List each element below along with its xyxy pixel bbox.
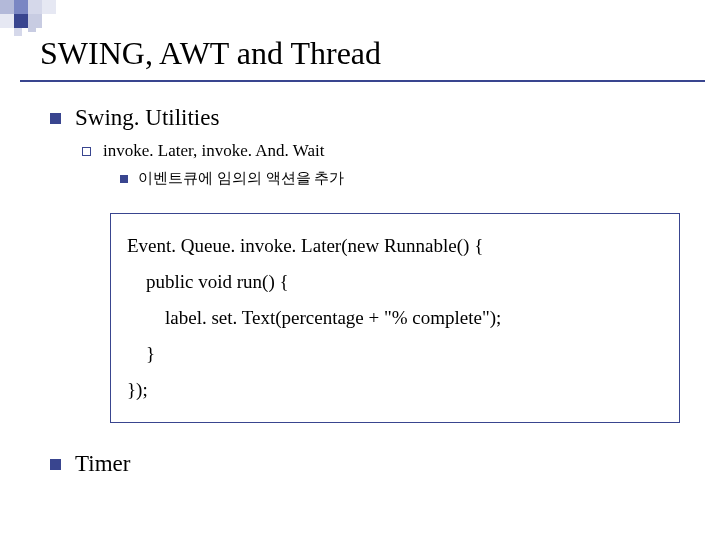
- level1-text-timer: Timer: [75, 451, 130, 477]
- bullet-level2-invoke: invoke. Later, invoke. And. Wait: [82, 141, 700, 161]
- code-line-2: public void run() {: [127, 264, 663, 300]
- square-bullet-icon: [50, 459, 61, 470]
- code-line-1: Event. Queue. invoke. Later(new Runnable…: [127, 228, 663, 264]
- slide-content: Swing. Utilities invoke. Later, invoke. …: [50, 105, 700, 477]
- level1-text: Swing. Utilities: [75, 105, 219, 131]
- level2-text: invoke. Later, invoke. And. Wait: [103, 141, 324, 161]
- hollow-square-bullet-icon: [82, 147, 91, 156]
- square-bullet-icon: [50, 113, 61, 124]
- small-square-bullet-icon: [120, 175, 128, 183]
- title-underline: [20, 80, 705, 82]
- code-line-5: });: [127, 372, 663, 408]
- code-line-3: label. set. Text(percentage + "% complet…: [127, 300, 663, 336]
- slide-title: SWING, AWT and Thread: [40, 35, 700, 72]
- corner-decoration: [0, 0, 90, 30]
- code-box: Event. Queue. invoke. Later(new Runnable…: [110, 213, 680, 423]
- code-line-4: }: [127, 336, 663, 372]
- bullet-level1-swingutilities: Swing. Utilities: [50, 105, 700, 131]
- level3-text: 이벤트큐에 임의의 액션을 추가: [138, 169, 344, 188]
- bullet-level1-timer: Timer: [50, 451, 700, 477]
- bullet-level3-eventqueue: 이벤트큐에 임의의 액션을 추가: [120, 169, 700, 188]
